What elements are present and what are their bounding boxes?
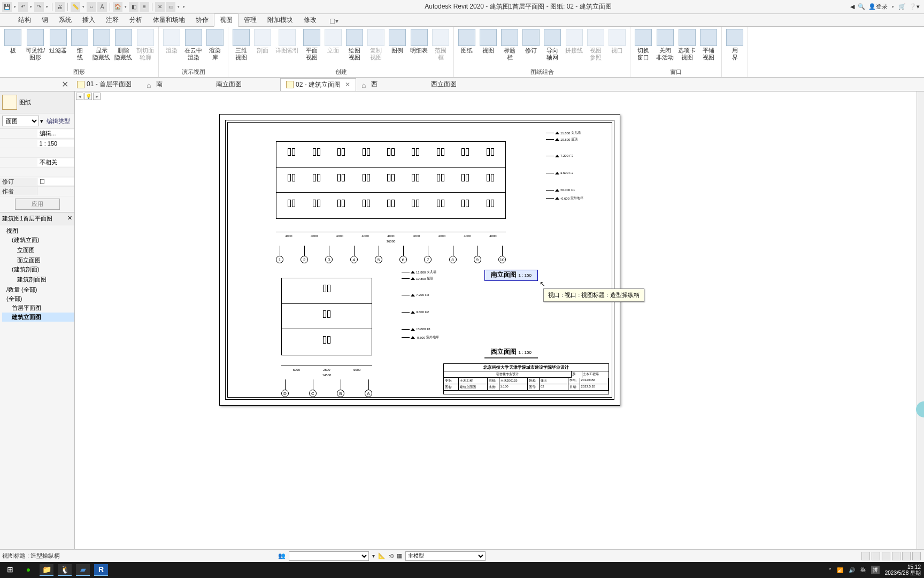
nav-left-icon[interactable]: ◂: [76, 93, 83, 100]
close-tab-icon[interactable]: ✕: [345, 81, 350, 88]
qq-icon[interactable]: 🐧: [58, 564, 72, 576]
tab-insert[interactable]: 插入: [77, 14, 101, 26]
tree-item[interactable]: (全部): [2, 294, 74, 303]
undo-icon[interactable]: ↶: [18, 2, 28, 12]
panel-close-icon[interactable]: ✕: [61, 79, 68, 89]
view-template-button[interactable]: 板: [2, 28, 24, 67]
3dview-button[interactable]: 三维 视图: [230, 28, 252, 67]
sheet[interactable]: 400040004000400040004000400040004000 360…: [219, 114, 620, 406]
doc-tab-6[interactable]: 西立面图: [426, 78, 495, 90]
drawing-canvas[interactable]: ◂ 💡 ▸ 4000400040004000400040004000400040…: [75, 92, 924, 562]
switch-windows-button[interactable]: 切换 窗口: [633, 28, 654, 67]
redo-icon[interactable]: ↷: [34, 2, 44, 12]
help-icon[interactable]: ❔▾: [909, 3, 920, 10]
explorer-icon[interactable]: 📁: [40, 564, 53, 576]
scale-icon[interactable]: 📐: [378, 552, 386, 559]
titleblock-button[interactable]: 标题 栏: [499, 28, 520, 67]
tree-item[interactable]: /数量 (全部): [2, 285, 74, 294]
tab-annotate[interactable]: 注释: [101, 14, 124, 26]
property-row[interactable]: 作者: [0, 187, 74, 196]
tree-item[interactable]: 立面图: [2, 246, 74, 255]
save-icon[interactable]: 💾: [2, 2, 12, 12]
revit-icon[interactable]: R: [94, 564, 108, 576]
drag-icon[interactable]: [882, 552, 890, 560]
wechat-icon[interactable]: ●: [21, 564, 35, 576]
show-hidden-button[interactable]: 显示 隐藏线: [90, 28, 112, 67]
qat-customize-icon[interactable]: ▾: [182, 5, 186, 9]
tab-manage[interactable]: 管理: [238, 14, 262, 26]
property-row[interactable]: [0, 148, 74, 158]
thin-lines-icon[interactable]: ≡: [140, 2, 149, 12]
tree-item[interactable]: 面立面图: [2, 256, 74, 265]
nav-bulb-icon[interactable]: 💡: [84, 93, 92, 100]
tab-arch[interactable]: [2, 23, 13, 26]
cloud-render-button[interactable]: 在云中 渲染: [182, 28, 204, 67]
remove-hidden-button[interactable]: 删除 隐藏线: [112, 28, 134, 67]
vertical-scrollbar[interactable]: [917, 92, 924, 554]
nav-right-icon[interactable]: ▸: [93, 93, 101, 100]
tab-analyze[interactable]: 分析: [124, 14, 148, 26]
text-icon[interactable]: A: [97, 2, 107, 12]
tree-item[interactable]: (建筑剖面): [2, 265, 74, 274]
tab-addins[interactable]: 附加模块: [262, 14, 298, 26]
schedule-button[interactable]: 明细表: [408, 28, 430, 67]
revisions-button[interactable]: 修订: [520, 28, 542, 67]
section-icon[interactable]: ◧: [129, 2, 138, 12]
filter2-icon[interactable]: [912, 552, 921, 560]
measure-icon[interactable]: 📏: [71, 2, 80, 12]
plan-view-button[interactable]: 平面 视图: [301, 28, 322, 67]
search-icon[interactable]: 🔍: [858, 3, 865, 10]
tab-struct[interactable]: 结构: [13, 14, 36, 26]
status-dropdown-1[interactable]: [289, 551, 369, 561]
close-inactive-button[interactable]: 关闭 非活动: [654, 28, 676, 67]
ime-lang[interactable]: 英: [860, 566, 866, 574]
title-block[interactable]: 北京科技大学天津学院城市建设学院毕业设计 宿舍楼专业设计 系: 土木工程系 专业…: [443, 363, 609, 394]
switch-window-icon[interactable]: ▭: [166, 2, 175, 12]
tile-views-button[interactable]: 平铺 视图: [698, 28, 719, 67]
property-row[interactable]: 编辑...: [0, 129, 74, 139]
render-gallery-button[interactable]: 渲染 库: [204, 28, 226, 67]
select-icon[interactable]: [861, 552, 870, 560]
tree-item[interactable]: 视图: [2, 226, 74, 235]
dimension-icon[interactable]: ↔: [87, 2, 96, 12]
3d-icon[interactable]: 🏠: [113, 2, 122, 12]
visibility-button[interactable]: 可见性/ 图形: [24, 28, 47, 67]
tab-mass[interactable]: 体量和场地: [148, 14, 190, 26]
guide-grid-button[interactable]: 导向 轴网: [542, 28, 563, 67]
property-row[interactable]: 修订☐: [0, 177, 74, 187]
face-icon[interactable]: [892, 552, 900, 560]
doc-tab-5[interactable]: 西: [356, 78, 426, 90]
south-view-title[interactable]: 南立面图 1 : 150: [474, 270, 549, 281]
nav-left-icon[interactable]: ◀: [850, 3, 854, 10]
cart-icon[interactable]: 🛒: [898, 3, 906, 10]
property-row[interactable]: 1 : 150: [0, 139, 74, 148]
browser-close-icon[interactable]: ✕: [67, 215, 72, 223]
volume-icon[interactable]: 🔊: [849, 567, 855, 573]
view-button[interactable]: 视图: [478, 28, 499, 67]
doc-tab-3[interactable]: 南立面图: [211, 78, 280, 90]
doc-tab-1[interactable]: 01 - 首层平面图: [72, 78, 141, 90]
filter-icon[interactable]: [872, 552, 880, 560]
ime-mode[interactable]: 拼: [871, 566, 880, 574]
tree-item[interactable]: 建筑剖面图: [2, 275, 74, 284]
print-icon[interactable]: 🖨: [55, 2, 65, 12]
model-icon[interactable]: ▦: [397, 552, 402, 559]
pin-icon[interactable]: [902, 552, 911, 560]
app-icon[interactable]: ▰: [76, 564, 90, 576]
tree-item[interactable]: 建筑立面图: [2, 313, 74, 322]
tree-item[interactable]: 首层平面图: [2, 303, 74, 313]
filters-button[interactable]: 过滤器: [47, 28, 69, 67]
sheet-button[interactable]: 图纸: [456, 28, 478, 67]
clock[interactable]: 15:122023/5/28 星期: [885, 564, 921, 576]
tray-arrow-icon[interactable]: ˄: [829, 567, 831, 573]
legend-button[interactable]: 图例: [387, 28, 408, 67]
tab-systems[interactable]: 系统: [53, 14, 77, 26]
user-icon[interactable]: 👤 登录: [868, 3, 888, 11]
tab-view[interactable]: 视图: [214, 13, 238, 27]
property-row[interactable]: [0, 168, 74, 177]
close-inactive-icon[interactable]: ✕: [155, 2, 165, 12]
status-icon[interactable]: 👥: [278, 552, 286, 559]
tab-modify[interactable]: 修改: [298, 14, 322, 26]
tab-steel[interactable]: 钢: [36, 14, 53, 26]
west-view-title[interactable]: 西立面图 1 : 150: [474, 347, 549, 359]
